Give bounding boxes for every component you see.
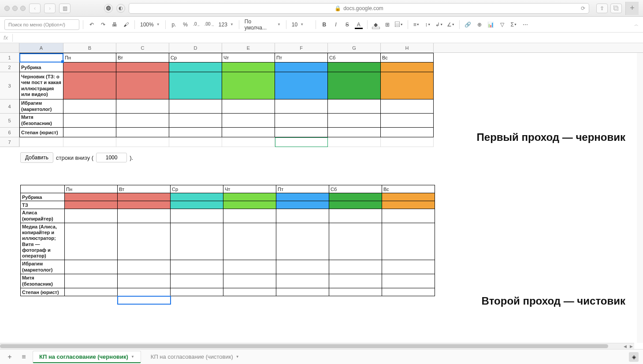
cell[interactable] xyxy=(382,274,435,288)
cell[interactable]: Вс xyxy=(381,53,434,63)
cell[interactable] xyxy=(328,72,381,99)
cell[interactable] xyxy=(328,114,381,128)
select-all-corner[interactable] xyxy=(0,43,19,52)
strike-button[interactable]: S xyxy=(342,19,352,30)
menu-search[interactable]: Поиск по меню (Option+/) xyxy=(4,19,79,30)
cell[interactable] xyxy=(222,128,275,137)
cell[interactable] xyxy=(275,63,328,72)
cell[interactable] xyxy=(222,72,275,99)
row-header[interactable]: 5 xyxy=(0,114,19,128)
cell[interactable] xyxy=(65,223,118,260)
bold-button[interactable]: B xyxy=(320,19,329,30)
cell[interactable] xyxy=(63,99,116,114)
cell[interactable] xyxy=(65,209,118,223)
cell[interactable] xyxy=(276,274,329,288)
cell[interactable]: Медиа (Алиса, копирайтер и иллюстратор; … xyxy=(21,223,65,260)
row-header[interactable]: 6 xyxy=(0,128,19,137)
decrease-decimal[interactable]: .0← xyxy=(192,19,202,30)
cell[interactable] xyxy=(116,137,169,147)
cell[interactable]: Митя (безопасник) xyxy=(19,114,63,128)
cell[interactable] xyxy=(329,223,382,260)
rotate-button[interactable]: ∠▼ xyxy=(446,19,456,30)
sheet-tab-inactive[interactable]: КП на согласование (чистовик) ▼ xyxy=(145,351,245,363)
address-bar[interactable]: 🔒 docs.google.com ⟳ xyxy=(129,3,589,14)
cell[interactable] xyxy=(381,128,434,137)
row-header[interactable]: 7 xyxy=(0,137,19,147)
cell[interactable]: Пт xyxy=(275,53,328,63)
scroll-right-icon[interactable]: ▶ xyxy=(628,343,634,349)
cell[interactable] xyxy=(329,274,382,288)
cell[interactable] xyxy=(169,99,222,114)
col-header[interactable]: B xyxy=(63,43,116,52)
cell[interactable] xyxy=(381,137,434,147)
collapse-toolbar[interactable]: ︿ xyxy=(634,22,639,28)
cell[interactable] xyxy=(276,193,329,201)
col-header[interactable]: A xyxy=(19,43,63,52)
col-header[interactable]: E xyxy=(222,43,275,52)
close-dot[interactable] xyxy=(4,6,10,11)
cell[interactable] xyxy=(382,288,435,296)
filter-button[interactable]: ▽ xyxy=(498,19,507,30)
cell[interactable] xyxy=(63,72,116,99)
merge-button[interactable]: ⿳▼ xyxy=(394,19,404,30)
cell[interactable] xyxy=(275,72,328,99)
cell[interactable]: Рубрика xyxy=(19,63,63,72)
cell[interactable]: Сб xyxy=(328,53,381,63)
cell[interactable] xyxy=(118,223,171,260)
min-dot[interactable] xyxy=(12,6,18,11)
print-button[interactable]: 🖶 xyxy=(110,19,119,30)
cell[interactable] xyxy=(382,201,435,209)
new-tab-button[interactable]: + xyxy=(625,2,639,15)
cell[interactable] xyxy=(328,63,381,72)
cell[interactable]: Ибрагим (маркетолог) xyxy=(21,260,65,274)
format-currency[interactable]: p. xyxy=(169,19,179,30)
vertical-scrollbar[interactable] xyxy=(637,53,643,343)
cell[interactable] xyxy=(222,137,275,147)
cell[interactable]: Рубрика xyxy=(21,193,65,201)
cell[interactable] xyxy=(169,63,222,72)
cell[interactable]: Степан (юрист) xyxy=(21,288,65,296)
col-header[interactable]: D xyxy=(169,43,222,52)
cell[interactable] xyxy=(382,223,435,260)
cell[interactable] xyxy=(65,201,118,209)
cell[interactable]: Сб xyxy=(329,185,382,193)
cell[interactable] xyxy=(63,128,116,137)
cell[interactable] xyxy=(171,288,223,296)
cell[interactable] xyxy=(381,99,434,114)
cell[interactable]: Ср xyxy=(171,185,223,193)
max-dot[interactable] xyxy=(20,6,26,11)
back-button[interactable]: ‹ xyxy=(29,4,41,13)
cell[interactable] xyxy=(118,193,171,201)
cell[interactable]: Пн xyxy=(65,185,118,193)
cell[interactable] xyxy=(381,114,434,128)
cell-A1[interactable] xyxy=(19,53,63,63)
redo-button[interactable]: ↷ xyxy=(98,19,108,30)
cell[interactable] xyxy=(276,223,329,260)
cell[interactable]: Алиса (копирайтер) xyxy=(21,209,65,223)
cell[interactable] xyxy=(63,137,116,147)
cell[interactable]: Чт xyxy=(222,53,275,63)
col-header[interactable]: G xyxy=(328,43,381,52)
cell[interactable] xyxy=(171,193,223,201)
add-rows-button[interactable]: Добавить xyxy=(20,152,53,163)
cell[interactable] xyxy=(329,260,382,274)
more-formats[interactable]: 123▼ xyxy=(217,22,235,28)
cell[interactable]: Вт xyxy=(118,185,171,193)
comment-button[interactable]: ⊕ xyxy=(475,19,484,30)
tabs-button[interactable]: ⿻ xyxy=(610,4,622,13)
cell[interactable]: Вт xyxy=(116,53,169,63)
cell[interactable] xyxy=(382,260,435,274)
cell[interactable] xyxy=(171,201,223,209)
cell[interactable] xyxy=(382,193,435,201)
undo-button[interactable]: ↶ xyxy=(87,19,97,30)
cell[interactable] xyxy=(63,114,116,128)
col-header[interactable]: H xyxy=(381,43,434,52)
cell[interactable]: Ср xyxy=(169,53,222,63)
cell[interactable] xyxy=(222,114,275,128)
cell[interactable]: Черновик (ТЗ: о чем пост и какая иллюстр… xyxy=(19,72,63,99)
extension-icon-2[interactable]: ◐ xyxy=(116,4,125,13)
add-rows-input[interactable] xyxy=(96,153,127,162)
font-size[interactable]: 10▼ xyxy=(290,22,312,28)
cell[interactable] xyxy=(381,72,434,99)
cell[interactable]: Ибрагим (маркетолог) xyxy=(19,99,63,114)
